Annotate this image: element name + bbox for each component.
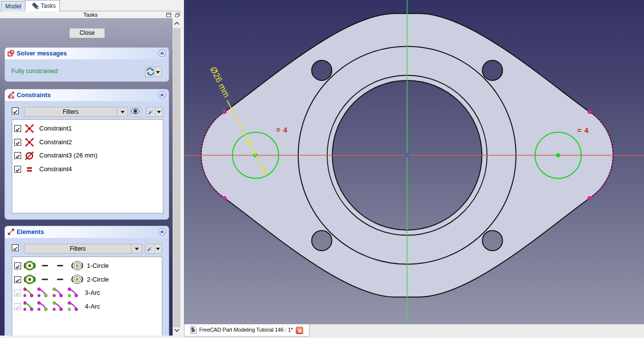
svg-text:= 4: = 4 [276,126,288,134]
svg-text:= 4: = 4 [577,127,589,134]
